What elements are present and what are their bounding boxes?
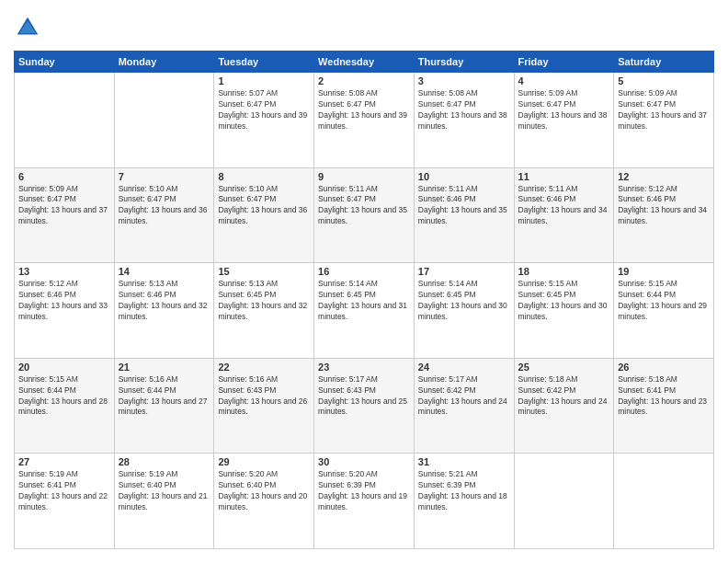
day-info: Sunrise: 5:11 AM Sunset: 6:47 PM Dayligh… (318, 184, 410, 228)
calendar-cell: 16Sunrise: 5:14 AM Sunset: 6:45 PM Dayli… (314, 263, 415, 359)
calendar-header-monday: Monday (114, 52, 214, 73)
day-number: 9 (318, 171, 410, 182)
calendar-header-friday: Friday (514, 52, 614, 73)
day-number: 17 (418, 266, 510, 277)
calendar-header-sunday: Sunday (15, 52, 115, 73)
calendar-cell: 6Sunrise: 5:09 AM Sunset: 6:47 PM Daylig… (15, 167, 115, 263)
day-number: 12 (618, 171, 710, 182)
calendar-cell: 2Sunrise: 5:08 AM Sunset: 6:47 PM Daylig… (314, 73, 415, 168)
day-number: 26 (618, 362, 710, 373)
calendar-cell: 4Sunrise: 5:09 AM Sunset: 6:47 PM Daylig… (514, 73, 614, 168)
day-number: 1 (218, 75, 310, 86)
calendar-week-5: 27Sunrise: 5:19 AM Sunset: 6:41 PM Dayli… (15, 454, 714, 549)
calendar-cell: 21Sunrise: 5:16 AM Sunset: 6:44 PM Dayli… (114, 358, 214, 454)
calendar-cell: 9Sunrise: 5:11 AM Sunset: 6:47 PM Daylig… (314, 167, 415, 263)
day-number: 6 (18, 171, 110, 182)
day-info: Sunrise: 5:10 AM Sunset: 6:47 PM Dayligh… (119, 184, 210, 228)
day-info: Sunrise: 5:16 AM Sunset: 6:43 PM Dayligh… (218, 374, 310, 419)
calendar-cell: 30Sunrise: 5:20 AM Sunset: 6:39 PM Dayli… (314, 454, 415, 549)
day-number: 20 (18, 362, 110, 373)
day-number: 8 (218, 171, 310, 182)
day-info: Sunrise: 5:15 AM Sunset: 6:44 PM Dayligh… (18, 374, 110, 419)
day-info: Sunrise: 5:18 AM Sunset: 6:41 PM Dayligh… (618, 374, 710, 419)
day-info: Sunrise: 5:15 AM Sunset: 6:44 PM Dayligh… (618, 279, 710, 323)
day-number: 29 (218, 456, 310, 467)
day-info: Sunrise: 5:12 AM Sunset: 6:46 PM Dayligh… (618, 184, 710, 228)
calendar-cell: 17Sunrise: 5:14 AM Sunset: 6:45 PM Dayli… (414, 263, 514, 359)
calendar-cell: 11Sunrise: 5:11 AM Sunset: 6:46 PM Dayli… (514, 167, 614, 263)
day-info: Sunrise: 5:08 AM Sunset: 6:47 PM Dayligh… (418, 88, 510, 132)
day-number: 5 (618, 75, 710, 86)
day-number: 25 (518, 362, 610, 373)
day-info: Sunrise: 5:21 AM Sunset: 6:39 PM Dayligh… (418, 469, 510, 513)
calendar-cell: 26Sunrise: 5:18 AM Sunset: 6:41 PM Dayli… (614, 358, 714, 454)
day-number: 2 (318, 75, 410, 86)
day-info: Sunrise: 5:09 AM Sunset: 6:47 PM Dayligh… (618, 88, 710, 132)
day-info: Sunrise: 5:09 AM Sunset: 6:47 PM Dayligh… (518, 88, 610, 132)
day-info: Sunrise: 5:20 AM Sunset: 6:39 PM Dayligh… (318, 469, 410, 513)
calendar-cell: 15Sunrise: 5:13 AM Sunset: 6:45 PM Dayli… (214, 263, 314, 359)
calendar-cell: 8Sunrise: 5:10 AM Sunset: 6:47 PM Daylig… (214, 167, 314, 263)
calendar-cell: 14Sunrise: 5:13 AM Sunset: 6:46 PM Dayli… (114, 263, 214, 359)
day-info: Sunrise: 5:18 AM Sunset: 6:42 PM Dayligh… (518, 374, 610, 419)
day-info: Sunrise: 5:13 AM Sunset: 6:45 PM Dayligh… (218, 279, 310, 323)
day-info: Sunrise: 5:19 AM Sunset: 6:40 PM Dayligh… (119, 469, 210, 513)
calendar-header-wednesday: Wednesday (314, 52, 415, 73)
day-info: Sunrise: 5:14 AM Sunset: 6:45 PM Dayligh… (318, 279, 410, 323)
logo (14, 14, 45, 41)
calendar-cell: 22Sunrise: 5:16 AM Sunset: 6:43 PM Dayli… (214, 358, 314, 454)
day-number: 21 (119, 362, 210, 373)
calendar-cell: 28Sunrise: 5:19 AM Sunset: 6:40 PM Dayli… (114, 454, 214, 549)
day-info: Sunrise: 5:17 AM Sunset: 6:43 PM Dayligh… (318, 374, 410, 419)
day-number: 11 (518, 171, 610, 182)
day-info: Sunrise: 5:12 AM Sunset: 6:46 PM Dayligh… (18, 279, 110, 323)
calendar-cell (514, 454, 614, 549)
calendar-cell: 1Sunrise: 5:07 AM Sunset: 6:47 PM Daylig… (214, 73, 314, 168)
calendar-cell: 10Sunrise: 5:11 AM Sunset: 6:46 PM Dayli… (414, 167, 514, 263)
calendar-header-row: SundayMondayTuesdayWednesdayThursdayFrid… (15, 52, 714, 73)
calendar-cell (614, 454, 714, 549)
day-number: 27 (18, 456, 110, 467)
day-number: 14 (119, 266, 210, 277)
calendar-week-2: 6Sunrise: 5:09 AM Sunset: 6:47 PM Daylig… (15, 167, 714, 263)
calendar-cell: 23Sunrise: 5:17 AM Sunset: 6:43 PM Dayli… (314, 358, 415, 454)
calendar-cell: 7Sunrise: 5:10 AM Sunset: 6:47 PM Daylig… (114, 167, 214, 263)
header (14, 14, 714, 41)
day-info: Sunrise: 5:09 AM Sunset: 6:47 PM Dayligh… (18, 184, 110, 228)
calendar-cell: 12Sunrise: 5:12 AM Sunset: 6:46 PM Dayli… (614, 167, 714, 263)
calendar-cell: 29Sunrise: 5:20 AM Sunset: 6:40 PM Dayli… (214, 454, 314, 549)
day-info: Sunrise: 5:14 AM Sunset: 6:45 PM Dayligh… (418, 279, 510, 323)
calendar-cell: 18Sunrise: 5:15 AM Sunset: 6:45 PM Dayli… (514, 263, 614, 359)
calendar-cell: 13Sunrise: 5:12 AM Sunset: 6:46 PM Dayli… (15, 263, 115, 359)
day-number: 15 (218, 266, 310, 277)
day-info: Sunrise: 5:17 AM Sunset: 6:42 PM Dayligh… (418, 374, 510, 419)
day-info: Sunrise: 5:19 AM Sunset: 6:41 PM Dayligh… (18, 469, 110, 513)
page: SundayMondayTuesdayWednesdayThursdayFrid… (0, 0, 728, 563)
day-info: Sunrise: 5:16 AM Sunset: 6:44 PM Dayligh… (119, 374, 210, 419)
day-number: 16 (318, 266, 410, 277)
calendar-cell: 19Sunrise: 5:15 AM Sunset: 6:44 PM Dayli… (614, 263, 714, 359)
calendar-table: SundayMondayTuesdayWednesdayThursdayFrid… (14, 51, 714, 549)
day-number: 18 (518, 266, 610, 277)
day-info: Sunrise: 5:13 AM Sunset: 6:46 PM Dayligh… (119, 279, 210, 323)
day-info: Sunrise: 5:11 AM Sunset: 6:46 PM Dayligh… (418, 184, 510, 228)
calendar-cell: 25Sunrise: 5:18 AM Sunset: 6:42 PM Dayli… (514, 358, 614, 454)
calendar-week-3: 13Sunrise: 5:12 AM Sunset: 6:46 PM Dayli… (15, 263, 714, 359)
day-number: 4 (518, 75, 610, 86)
calendar-header-thursday: Thursday (414, 52, 514, 73)
calendar-cell: 31Sunrise: 5:21 AM Sunset: 6:39 PM Dayli… (414, 454, 514, 549)
day-number: 23 (318, 362, 410, 373)
day-info: Sunrise: 5:20 AM Sunset: 6:40 PM Dayligh… (218, 469, 310, 513)
day-number: 28 (119, 456, 210, 467)
calendar-cell: 3Sunrise: 5:08 AM Sunset: 6:47 PM Daylig… (414, 73, 514, 168)
day-info: Sunrise: 5:11 AM Sunset: 6:46 PM Dayligh… (518, 184, 610, 228)
day-info: Sunrise: 5:15 AM Sunset: 6:45 PM Dayligh… (518, 279, 610, 323)
calendar-cell (114, 73, 214, 168)
logo-icon (14, 14, 41, 41)
day-info: Sunrise: 5:08 AM Sunset: 6:47 PM Dayligh… (318, 88, 410, 132)
day-number: 3 (418, 75, 510, 86)
calendar-cell: 24Sunrise: 5:17 AM Sunset: 6:42 PM Dayli… (414, 358, 514, 454)
day-info: Sunrise: 5:07 AM Sunset: 6:47 PM Dayligh… (218, 88, 310, 132)
calendar-cell: 27Sunrise: 5:19 AM Sunset: 6:41 PM Dayli… (15, 454, 115, 549)
calendar-header-tuesday: Tuesday (214, 52, 314, 73)
